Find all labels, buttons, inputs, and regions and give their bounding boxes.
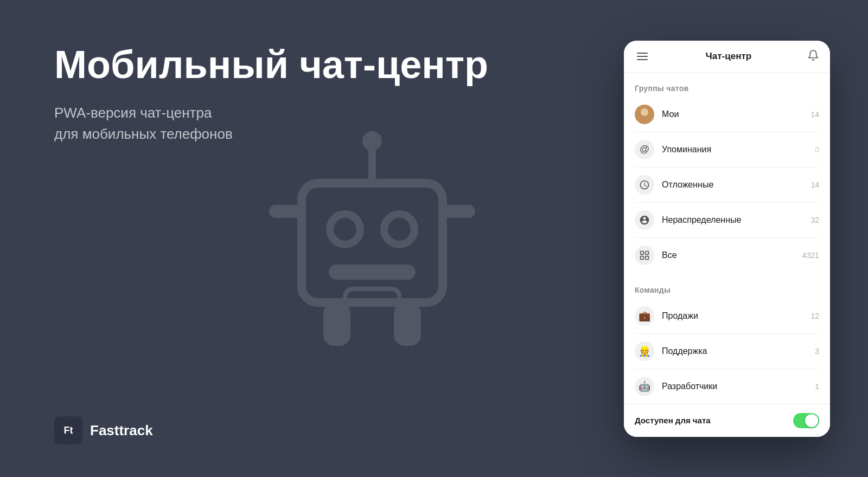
phone-footer: Доступен для чата <box>624 404 830 437</box>
snoozed-count: 14 <box>810 181 819 189</box>
all-icon <box>635 246 654 265</box>
chat-item-my[interactable]: Мои 14 <box>624 97 830 132</box>
svg-rect-14 <box>641 251 644 254</box>
dev-icon: 🤖 <box>635 377 654 396</box>
subtitle-line1: PWA-версия чат-центра <box>54 105 212 121</box>
phone-content: Группы чатов Мои 14 @ Упоминания <box>624 73 830 404</box>
mentions-count: 0 <box>815 145 819 154</box>
my-label: Мои <box>662 109 810 119</box>
svg-rect-9 <box>394 302 421 346</box>
teams-section-label: Команды <box>624 275 830 299</box>
chat-item-all[interactable]: Все 4321 <box>624 238 830 273</box>
mentions-icon: @ <box>635 140 654 159</box>
sales-icon: 💼 <box>635 306 654 326</box>
footer-label: Доступен для чата <box>635 416 711 425</box>
chat-item-unassigned[interactable]: Нераспределенные 32 <box>624 203 830 237</box>
svg-rect-17 <box>646 256 649 259</box>
svg-rect-16 <box>641 256 644 259</box>
chat-item-mentions[interactable]: @ Упоминания 0 <box>624 132 830 167</box>
brand: Ft Fasttrack <box>54 416 564 444</box>
my-count: 14 <box>810 110 819 119</box>
sales-count: 12 <box>810 312 819 320</box>
menu-icon[interactable] <box>635 50 650 62</box>
svg-rect-15 <box>646 251 649 254</box>
svg-rect-6 <box>269 205 302 218</box>
snoozed-icon <box>635 175 654 195</box>
subtitle-line2: для мобильных телефонов <box>54 126 233 142</box>
support-count: 3 <box>815 347 819 356</box>
support-label: Поддержка <box>662 346 815 356</box>
sales-label: Продажи <box>662 311 810 321</box>
svg-point-13 <box>639 116 650 124</box>
left-panel: Мобильный чат-центр PWA-версия чат-центр… <box>0 0 608 477</box>
bell-icon[interactable] <box>807 49 819 64</box>
right-panel: Чат-центр Группы чатов <box>608 0 868 477</box>
dev-count: 1 <box>815 382 819 391</box>
groups-section-label: Группы чатов <box>624 73 830 97</box>
chat-item-sales[interactable]: 💼 Продажи 12 <box>624 299 830 333</box>
unassigned-icon <box>635 210 654 230</box>
snoozed-label: Отложенные <box>662 180 810 190</box>
phone-title: Чат-центр <box>706 51 751 62</box>
all-label: Все <box>662 250 802 260</box>
chat-item-dev[interactable]: 🤖 Разработчики 1 <box>624 369 830 404</box>
hero-subtitle: PWA-версия чат-центра для мобильных теле… <box>54 102 564 145</box>
chat-item-support[interactable]: 👷 Поддержка 3 <box>624 334 830 369</box>
svg-rect-8 <box>323 302 350 346</box>
hero-title: Мобильный чат-центр <box>54 43 564 86</box>
all-count: 4321 <box>802 251 819 260</box>
unassigned-label: Нераспределенные <box>662 215 810 225</box>
svg-point-12 <box>641 108 648 116</box>
svg-point-2 <box>384 214 414 244</box>
brand-logo: Ft <box>54 416 82 444</box>
chat-item-snoozed[interactable]: Отложенные 14 <box>624 167 830 202</box>
mentions-label: Упоминания <box>662 145 815 154</box>
my-icon <box>635 105 654 124</box>
hero-text: Мобильный чат-центр PWA-версия чат-центр… <box>54 43 564 145</box>
svg-rect-7 <box>443 205 475 218</box>
brand-name: Fasttrack <box>90 422 153 439</box>
support-icon: 👷 <box>635 341 654 361</box>
phone-mockup: Чат-центр Группы чатов <box>624 41 830 437</box>
svg-rect-0 <box>302 183 443 302</box>
svg-rect-3 <box>329 265 416 280</box>
availability-toggle[interactable] <box>793 413 819 428</box>
unassigned-count: 32 <box>810 216 819 224</box>
dev-label: Разработчики <box>662 382 815 391</box>
svg-point-1 <box>330 214 360 244</box>
phone-header: Чат-центр <box>624 41 830 73</box>
